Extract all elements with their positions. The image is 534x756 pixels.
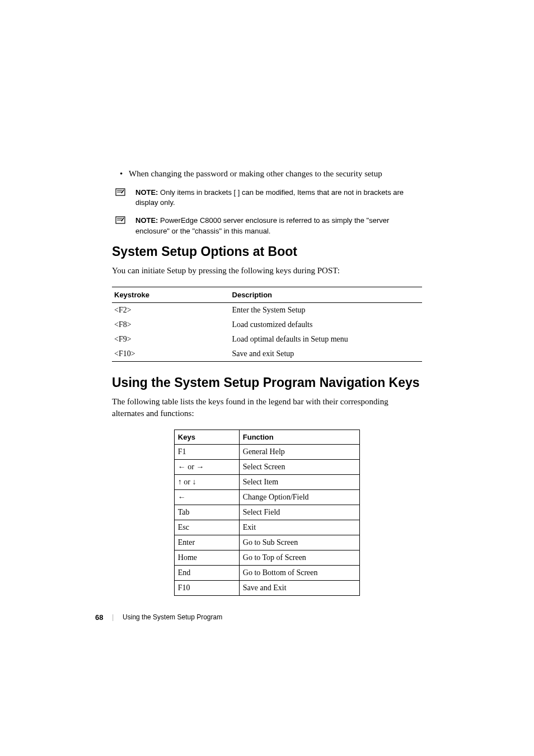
note-text: PowerEdge C8000 server enclosure is refe… — [135, 216, 389, 235]
section2-intro: The following table lists the keys found… — [112, 396, 422, 419]
note-icon — [115, 188, 125, 196]
note-icon-wrap — [112, 216, 135, 236]
note-block-1: NOTE: Only items in brackets [ ] can be … — [112, 188, 422, 208]
note-content: NOTE: PowerEdge C8000 server enclosure i… — [135, 216, 422, 236]
table-row: <F2> Enter the System Setup — [112, 302, 422, 318]
cell-function: Save and Exit — [239, 580, 359, 595]
footer-text: Using the System Setup Program — [123, 613, 222, 621]
cell-description: Load customized defaults — [230, 318, 422, 332]
table-row: <F8> Load customized defaults — [112, 318, 422, 332]
cell-key: Esc — [174, 520, 239, 535]
table-row: ←Change Option/Field — [174, 489, 359, 505]
cell-function: Go to Top of Screen — [239, 550, 359, 565]
page-footer: 68 | Using the System Setup Program — [95, 613, 222, 622]
page-content: • When changing the password or making o… — [0, 0, 534, 609]
note-content: NOTE: Only items in brackets [ ] can be … — [135, 188, 422, 208]
cell-keystroke: <F10> — [112, 347, 230, 362]
cell-key: F10 — [174, 580, 239, 595]
note-label: NOTE: — [135, 216, 158, 225]
note-text: Only items in brackets [ ] can be modifi… — [135, 188, 404, 207]
table-header-keystroke: Keystroke — [112, 287, 230, 302]
table-row: <F10> Save and exit Setup — [112, 347, 422, 362]
cell-key: Home — [174, 550, 239, 565]
table-header-function: Function — [239, 430, 359, 444]
cell-key: Tab — [174, 505, 239, 520]
cell-key: Enter — [174, 535, 239, 550]
cell-function: General Help — [239, 444, 359, 459]
table-row: EscExit — [174, 520, 359, 535]
cell-description: Load optimal defaults in Setup menu — [230, 332, 422, 347]
table-row: F10Save and Exit — [174, 580, 359, 595]
cell-keystroke: <F9> — [112, 332, 230, 347]
footer-divider: | — [112, 613, 114, 622]
cell-function: Select Item — [239, 474, 359, 489]
cell-function: Change Option/Field — [239, 489, 359, 505]
bullet-dot: • — [112, 168, 129, 180]
bullet-item: • When changing the password or making o… — [112, 168, 422, 180]
table-row: ← or →Select Screen — [174, 459, 359, 474]
cell-keystroke: <F2> — [112, 302, 230, 318]
section2-heading: Using the System Setup Program Navigatio… — [112, 375, 422, 390]
table-row: <F9> Load optimal defaults in Setup menu — [112, 332, 422, 347]
note-block-2: NOTE: PowerEdge C8000 server enclosure i… — [112, 216, 422, 236]
table-row: F1General Help — [174, 444, 359, 459]
cell-key: ← or → — [174, 459, 239, 474]
cell-keystroke: <F8> — [112, 318, 230, 332]
section1-intro: You can initiate Setup by pressing the f… — [112, 265, 422, 277]
table-row: EnterGo to Sub Screen — [174, 535, 359, 550]
cell-description: Enter the System Setup — [230, 302, 422, 318]
cell-function: Select Screen — [239, 459, 359, 474]
cell-function: Go to Sub Screen — [239, 535, 359, 550]
cell-key: End — [174, 565, 239, 580]
nav-keys-table: Keys Function F1General Help ← or →Selec… — [174, 430, 360, 596]
cell-description: Save and exit Setup — [230, 347, 422, 362]
table-row: ↑ or ↓Select Item — [174, 474, 359, 489]
table-row: TabSelect Field — [174, 505, 359, 520]
cell-key: ← — [174, 489, 239, 505]
note-icon-wrap — [112, 188, 135, 208]
note-icon — [115, 216, 125, 224]
bullet-text: When changing the password or making oth… — [129, 168, 422, 180]
keystroke-table: Keystroke Description <F2> Enter the Sys… — [112, 287, 422, 362]
table-header-keys: Keys — [174, 430, 239, 444]
cell-key: ↑ or ↓ — [174, 474, 239, 489]
section1-heading: System Setup Options at Boot — [112, 244, 422, 259]
cell-key: F1 — [174, 444, 239, 459]
table-row: EndGo to Bottom of Screen — [174, 565, 359, 580]
cell-function: Go to Bottom of Screen — [239, 565, 359, 580]
cell-function: Select Field — [239, 505, 359, 520]
cell-function: Exit — [239, 520, 359, 535]
keys-table-wrap: Keys Function F1General Help ← or →Selec… — [112, 430, 422, 609]
table-row: HomeGo to Top of Screen — [174, 550, 359, 565]
table-header-description: Description — [230, 287, 422, 302]
note-label: NOTE: — [135, 188, 158, 197]
page-number: 68 — [95, 613, 103, 622]
